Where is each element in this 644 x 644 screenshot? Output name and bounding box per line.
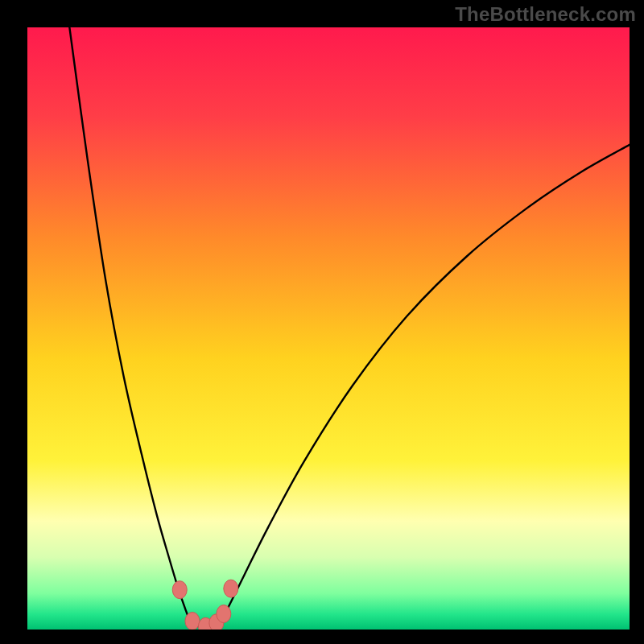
bottleneck-curve xyxy=(27,27,630,630)
watermark-text: TheBottleneck.com xyxy=(455,3,636,26)
data-marker xyxy=(172,581,187,599)
data-marker xyxy=(224,580,238,597)
curve-path xyxy=(69,27,630,627)
chart-frame: TheBottleneck.com xyxy=(0,0,644,644)
plot-area xyxy=(27,27,630,630)
data-marker xyxy=(185,613,200,630)
data-marker xyxy=(217,605,231,623)
